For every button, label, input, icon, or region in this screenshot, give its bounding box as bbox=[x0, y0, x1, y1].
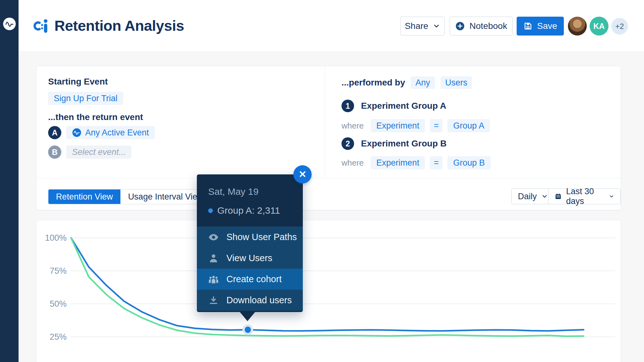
group-1-where-row: where Experiment = Group A bbox=[341, 119, 490, 132]
performed-by-label: ...performed by bbox=[341, 78, 405, 88]
tooltip-value-label: Group A: 2,311 bbox=[217, 205, 280, 216]
view-mode-toggle: Retention View Usage Interval View bbox=[48, 189, 211, 204]
event-badge-a: A bbox=[48, 126, 61, 139]
panel-divider bbox=[325, 66, 325, 178]
header: Retention Analysis Share Notebook Save K… bbox=[19, 0, 644, 52]
menu-item-download-users[interactable]: Download users bbox=[197, 290, 303, 311]
download-icon bbox=[208, 295, 219, 306]
sine-wave-icon bbox=[5, 19, 14, 28]
series-line-group-b[interactable] bbox=[71, 238, 584, 336]
starting-event-pill[interactable]: Sign Up For Trial bbox=[48, 92, 123, 105]
y-axis-tick-label: 75% bbox=[50, 266, 67, 276]
y-axis-tick-label: 25% bbox=[50, 332, 67, 342]
series-line-group-a[interactable] bbox=[71, 238, 584, 331]
close-icon[interactable]: ✕ bbox=[293, 165, 312, 184]
return-event-row-a: A Any Active Event bbox=[48, 126, 155, 139]
y-axis-tick-label: 100% bbox=[45, 233, 67, 243]
interval-value: Daily bbox=[518, 192, 537, 201]
group-2-header: 2 Experiment Group B bbox=[341, 137, 447, 150]
starting-event-label: Starting Event bbox=[48, 77, 108, 87]
share-label: Share bbox=[405, 21, 428, 31]
avatar[interactable] bbox=[568, 17, 587, 36]
tooltip-value: Group A: 2,311 bbox=[208, 205, 291, 216]
app-sidebar bbox=[0, 0, 19, 362]
cohort-icon bbox=[208, 274, 219, 285]
tooltip-menu: Show User Paths View Users Create cohort… bbox=[197, 227, 303, 311]
user-icon bbox=[208, 253, 219, 264]
group-2-badge: 2 bbox=[341, 137, 354, 150]
group-2-value-pill[interactable]: Group B bbox=[447, 156, 491, 169]
performed-by-any-pill[interactable]: Any bbox=[411, 76, 435, 89]
group-1-operator-pill[interactable]: = bbox=[430, 119, 442, 132]
menu-item-label: Show User Paths bbox=[226, 232, 297, 242]
menu-item-label: Create cohort bbox=[226, 274, 282, 284]
return-event-label: ...then the return event bbox=[48, 112, 143, 122]
menu-item-label: View Users bbox=[226, 253, 272, 263]
retention-analysis-icon bbox=[33, 18, 49, 34]
group-1-property-pill[interactable]: Experiment bbox=[371, 119, 425, 132]
select-event-placeholder[interactable]: Select event... bbox=[66, 145, 131, 159]
menu-item-view-users[interactable]: View Users bbox=[197, 248, 303, 269]
plus-circle-icon bbox=[455, 21, 465, 31]
amplitude-logo-icon[interactable] bbox=[3, 18, 16, 30]
avatar[interactable]: KA bbox=[590, 17, 608, 36]
save-label: Save bbox=[537, 21, 557, 31]
menu-item-create-cohort[interactable]: Create cohort bbox=[197, 269, 303, 290]
where-label: where bbox=[341, 158, 364, 168]
chart-tooltip: ✕ Sat, May 19 Group A: 2,311 Show User P… bbox=[197, 174, 303, 312]
performed-by-row: ...performed by Any Users bbox=[341, 76, 472, 89]
group-1-name: Experiment Group A bbox=[361, 101, 446, 111]
chevron-down-icon bbox=[433, 22, 440, 30]
event-pill-any-active[interactable]: Any Active Event bbox=[66, 126, 155, 139]
date-range-select[interactable]: Last 30 days bbox=[548, 189, 621, 204]
where-label: where bbox=[341, 121, 364, 131]
menu-item-show-user-paths[interactable]: Show User Paths bbox=[197, 227, 303, 248]
calendar-icon bbox=[555, 192, 562, 201]
chevron-down-icon bbox=[609, 193, 614, 200]
group-1-badge: 1 bbox=[341, 100, 354, 112]
tab-retention-view[interactable]: Retention View bbox=[48, 189, 120, 204]
tooltip-caret bbox=[240, 312, 255, 321]
query-builder-card: Starting Event Sign Up For Trial ...then… bbox=[36, 66, 621, 210]
eye-icon bbox=[208, 232, 219, 243]
selected-point-marker[interactable] bbox=[245, 326, 251, 333]
save-icon bbox=[523, 21, 533, 31]
y-axis-tick-label: 50% bbox=[50, 299, 67, 309]
date-range-value: Last 30 days bbox=[566, 187, 604, 206]
event-badge-b: B bbox=[48, 145, 61, 159]
group-2-where-row: where Experiment = Group B bbox=[341, 156, 491, 169]
return-event-row-b: B Select event... bbox=[48, 145, 131, 159]
series-bullet-icon bbox=[208, 208, 213, 213]
group-2-property-pill[interactable]: Experiment bbox=[371, 156, 425, 169]
notebook-button[interactable]: Notebook bbox=[450, 17, 513, 36]
active-event-icon bbox=[72, 128, 81, 137]
retention-chart[interactable]: 100%75%50%25% bbox=[36, 220, 621, 362]
menu-item-label: Download users bbox=[226, 295, 292, 305]
save-button[interactable]: Save bbox=[517, 17, 564, 36]
avatar-overflow[interactable]: +2 bbox=[611, 18, 628, 35]
tooltip-header: Sat, May 19 Group A: 2,311 bbox=[197, 174, 303, 227]
group-2-name: Experiment Group B bbox=[361, 139, 447, 149]
chevron-down-icon bbox=[541, 193, 548, 200]
share-button[interactable]: Share bbox=[400, 17, 445, 36]
group-2-operator-pill[interactable]: = bbox=[430, 156, 442, 169]
group-1-header: 1 Experiment Group A bbox=[341, 100, 446, 112]
group-1-value-pill[interactable]: Group A bbox=[447, 119, 490, 132]
page-title: Retention Analysis bbox=[54, 17, 184, 34]
performed-by-users-pill[interactable]: Users bbox=[441, 76, 472, 89]
title-block: Retention Analysis bbox=[33, 17, 184, 34]
retention-chart-card: 100%75%50%25% bbox=[36, 220, 621, 362]
view-toolbar: Retention View Usage Interval View Daily… bbox=[36, 178, 621, 211]
notebook-label: Notebook bbox=[469, 21, 507, 31]
event-pill-label: Any Active Event bbox=[85, 128, 149, 138]
tooltip-date: Sat, May 19 bbox=[208, 186, 291, 197]
